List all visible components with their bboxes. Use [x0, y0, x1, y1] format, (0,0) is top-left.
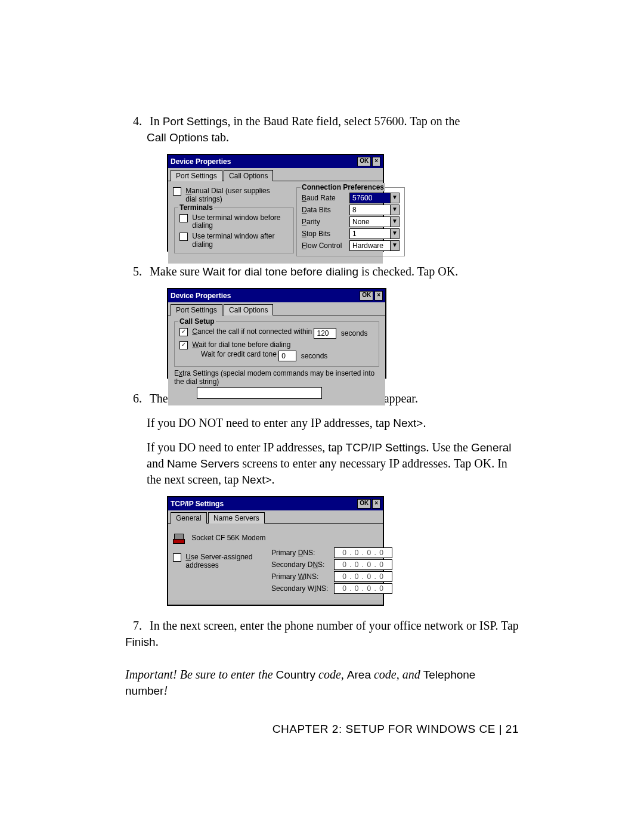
cancel-call-checkbox[interactable]: ✓	[179, 328, 190, 336]
chevron-down-icon: ▼	[390, 193, 399, 203]
flow-control-dropdown[interactable]: Hardware▼	[349, 240, 400, 251]
chevron-down-icon: ▼	[390, 241, 399, 250]
titlebar: TCP/IP Settings OK ×	[168, 497, 383, 510]
data-bits-dropdown[interactable]: 8▼	[349, 205, 400, 215]
extra-settings-input[interactable]	[197, 387, 322, 399]
terminal-after-label: Use terminal window after dialing	[192, 233, 287, 249]
terminal-before-checkbox[interactable]	[179, 214, 190, 222]
flow-control-label: Flow Control	[302, 241, 349, 250]
step-number: 7.	[125, 618, 142, 634]
tab-general[interactable]: General	[171, 512, 207, 524]
terminal-before-label: Use terminal window before dialing	[192, 214, 287, 231]
conn-pref-group: Connection Preferences	[301, 183, 385, 191]
cancel-call-label: Cancel the call if not connected within	[192, 328, 312, 336]
screenshot-call-options: Device Properties OK × Port Settings Cal…	[167, 288, 386, 379]
parity-dropdown[interactable]: None▼	[349, 216, 400, 227]
tab-call-options[interactable]: Call Options	[224, 170, 273, 181]
parity-label: Parity	[302, 218, 349, 226]
step-number: 6.	[125, 391, 142, 407]
ok-button[interactable]: OK	[360, 291, 373, 301]
data-bits-label: Data Bits	[302, 206, 349, 214]
tab-name-servers[interactable]: Name Servers	[208, 512, 265, 524]
extra-settings-label: Extra Settings (special modem commands m…	[174, 369, 379, 386]
server-assigned-checkbox[interactable]	[173, 553, 184, 562]
step-4: 4. In Port Settings, in the Baud Rate fi…	[125, 113, 519, 145]
close-button[interactable]: ×	[372, 499, 380, 509]
window-title: TCP/IP Settings	[171, 500, 224, 508]
seconds-label: seconds	[301, 352, 328, 360]
tabs: Port Settings Call Options	[168, 302, 385, 315]
step-6-p2: If you DO NOT need to enter any IP addre…	[125, 415, 519, 431]
cancel-seconds-input[interactable]: 120	[314, 328, 336, 339]
step-6-p3: If you DO need to enter IP addresses, ta…	[125, 439, 519, 488]
screenshot-port-settings: Device Properties OK × Port Settings Cal…	[167, 154, 384, 252]
secondary-wins-label: Secondary WINS:	[271, 584, 334, 593]
tabs: General Name Servers	[168, 510, 383, 524]
chevron-down-icon: ▼	[390, 217, 399, 227]
wait-dial-tone-checkbox[interactable]: ✓	[179, 341, 190, 349]
window-title: Device Properties	[171, 292, 231, 300]
secondary-dns-input[interactable]: 0 . 0 . 0 . 0	[334, 559, 392, 570]
server-assigned-label: Use Server-assigned addresses	[185, 553, 263, 570]
stop-bits-label: Stop Bits	[302, 230, 349, 238]
modem-icon	[173, 532, 186, 545]
stop-bits-dropdown[interactable]: 1▼	[349, 228, 400, 239]
ok-button[interactable]: OK	[357, 499, 371, 509]
close-button[interactable]: ×	[372, 157, 380, 166]
baud-label: Baud Rate	[302, 194, 349, 202]
step-number: 4.	[125, 113, 142, 129]
screenshot-tcpip: TCP/IP Settings OK × General Name Server…	[167, 496, 384, 606]
primary-wins-label: Primary WINS:	[271, 572, 334, 581]
wait-credit-label: Wait for credit card tone	[201, 351, 277, 359]
secondary-dns-label: Secondary DNS:	[271, 561, 334, 569]
primary-dns-input[interactable]: 0 . 0 . 0 . 0	[334, 547, 392, 558]
modem-name: Socket CF 56K Modem	[191, 534, 265, 542]
tab-port-settings[interactable]: Port Settings	[171, 304, 222, 315]
call-setup-group: Call Setup	[178, 317, 216, 326]
credit-seconds-input[interactable]: 0	[278, 351, 296, 361]
wait-dial-tone-label: Wait for dial tone before dialing	[192, 341, 290, 349]
terminals-group: Terminals	[178, 203, 214, 212]
secondary-wins-input[interactable]: 0 . 0 . 0 . 0	[334, 583, 392, 594]
tab-call-options[interactable]: Call Options	[224, 304, 273, 315]
tabs: Port Settings Call Options	[168, 168, 383, 181]
step-number: 5.	[125, 264, 142, 280]
seconds-label: seconds	[341, 329, 368, 337]
tab-port-settings[interactable]: Port Settings	[171, 170, 222, 181]
window-title: Device Properties	[171, 157, 231, 166]
primary-wins-input[interactable]: 0 . 0 . 0 . 0	[334, 571, 392, 582]
manual-dial-label: Manual Dial (user supplies dial strings)	[185, 187, 281, 204]
important-note: Important! Be sure to enter the Country …	[125, 667, 519, 699]
titlebar: Device Properties OK ×	[168, 155, 383, 168]
page-footer: CHAPTER 2: SETUP FOR WINDOWS CE | 21	[125, 723, 519, 736]
close-button[interactable]: ×	[374, 291, 383, 301]
terminal-after-checkbox[interactable]	[179, 233, 190, 241]
ok-button[interactable]: OK	[357, 157, 371, 166]
step-5: 5. Make sure Wait for dial tone before d…	[125, 264, 519, 280]
baud-dropdown[interactable]: 57600▼	[349, 193, 400, 203]
titlebar: Device Properties OK ×	[168, 289, 385, 302]
chevron-down-icon: ▼	[390, 229, 399, 239]
step-7: 7. In the next screen, enter the phone n…	[125, 618, 519, 650]
chevron-down-icon: ▼	[390, 205, 399, 215]
manual-dial-checkbox[interactable]	[173, 187, 184, 196]
primary-dns-label: Primary DNS:	[271, 549, 334, 557]
